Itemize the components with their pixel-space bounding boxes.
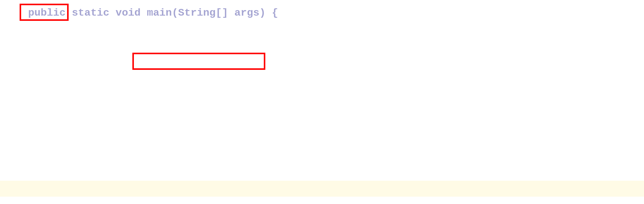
code-editor[interactable]: public static void main(String[] args) {… [0,0,644,204]
code-line-0: public static void main(String[] args) { [3,0,278,5]
code-line-1: String email = "tangwq_ok163.com"; [0,181,644,197]
annotation-box-2 [132,53,265,70]
